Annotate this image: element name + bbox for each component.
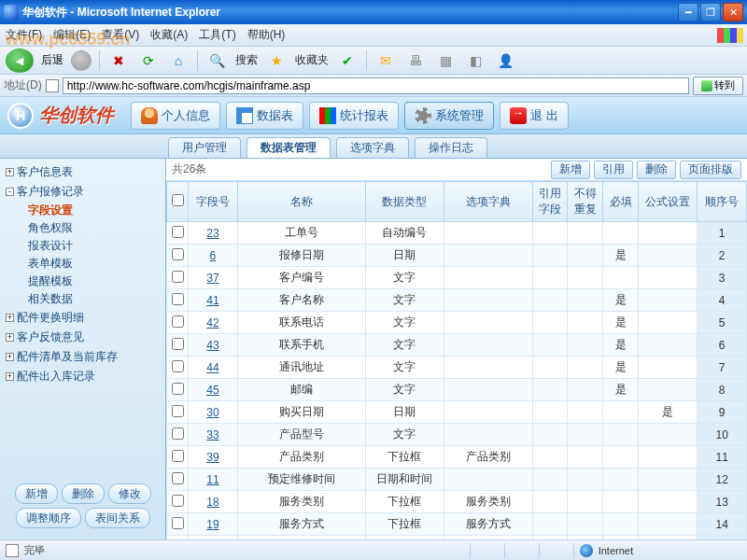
action-quote[interactable]: 引用: [594, 161, 633, 179]
search-icon[interactable]: 🔍: [205, 49, 228, 72]
tree-node[interactable]: +配件更换明细: [2, 308, 163, 328]
row-checkbox[interactable]: [172, 472, 184, 484]
field-id-link[interactable]: 30: [206, 406, 218, 419]
field-id-link[interactable]: 39: [206, 451, 218, 464]
menu-help[interactable]: 帮助(H): [247, 27, 286, 43]
row-checkbox[interactable]: [172, 427, 184, 440]
table-row[interactable]: 11预定维修时间日期和时间12: [167, 469, 747, 491]
tree-node[interactable]: +客户反馈意见: [2, 328, 163, 347]
column-header[interactable]: [167, 182, 189, 222]
search-label[interactable]: 搜索: [235, 52, 258, 68]
expand-icon[interactable]: +: [6, 372, 14, 381]
tree-child[interactable]: 相关数据: [2, 290, 163, 308]
row-checkbox[interactable]: [172, 405, 184, 417]
field-id-link[interactable]: 18: [206, 496, 218, 509]
tab-datatable-manage[interactable]: 数据表管理: [247, 137, 331, 158]
row-checkbox[interactable]: [172, 495, 184, 507]
forward-button[interactable]: [71, 50, 92, 71]
column-header[interactable]: 必填: [603, 182, 639, 222]
favorites-label[interactable]: 收藏夹: [295, 52, 329, 68]
tree-node[interactable]: +配件出入库记录: [2, 367, 163, 386]
tab-oplog[interactable]: 操作日志: [415, 137, 487, 158]
menu-file[interactable]: 文件(F): [6, 27, 42, 43]
table-row[interactable]: 23工单号自动编号1: [167, 222, 747, 245]
field-id-link[interactable]: 43: [206, 339, 218, 352]
table-row[interactable]: 39产品类别下拉框产品类别11: [167, 446, 747, 469]
field-id-link[interactable]: 33: [206, 428, 218, 441]
row-checkbox[interactable]: [172, 248, 184, 260]
close-button[interactable]: ✕: [723, 3, 743, 21]
row-checkbox[interactable]: [172, 271, 184, 283]
table-row[interactable]: 30购买日期日期是9: [167, 401, 747, 424]
edit-icon[interactable]: ▦: [434, 49, 457, 72]
column-header[interactable]: 顺序号: [698, 182, 747, 222]
table-row[interactable]: 42联系电话文字是5: [167, 312, 747, 334]
column-header[interactable]: 不得重复: [568, 182, 603, 222]
action-layout[interactable]: 页面排版: [680, 161, 741, 179]
tree-node[interactable]: -客户报修记录: [2, 182, 163, 202]
nav-datatable[interactable]: 数据表: [226, 102, 303, 130]
column-header[interactable]: 数据类型: [365, 182, 444, 222]
print-icon[interactable]: 🖶: [404, 49, 427, 72]
messenger-icon[interactable]: 👤: [494, 49, 516, 72]
tree-child[interactable]: 字段设置: [2, 202, 163, 219]
research-icon[interactable]: ◧: [464, 49, 486, 72]
table-row[interactable]: 36服务项目勾选框服务项目是15: [167, 536, 747, 540]
table-row[interactable]: 19服务方式下拉框服务方式14: [167, 513, 747, 536]
go-button[interactable]: 转到: [693, 77, 743, 95]
menu-view[interactable]: 查看(V): [102, 27, 139, 43]
expand-icon[interactable]: +: [6, 333, 14, 342]
table-row[interactable]: 6报修日期日期是2: [167, 245, 747, 267]
tree-child[interactable]: 表单模板: [2, 255, 163, 273]
side-relation-button[interactable]: 表间关系: [85, 508, 150, 528]
back-button[interactable]: ◄: [6, 49, 34, 73]
menu-edit[interactable]: 编辑(E): [53, 27, 91, 43]
column-header[interactable]: 公式设置: [639, 182, 698, 222]
stop-button[interactable]: ✖: [107, 49, 130, 72]
history-icon[interactable]: ✔: [336, 49, 359, 72]
home-button[interactable]: ⌂: [167, 49, 190, 72]
column-header[interactable]: 选项字典: [444, 182, 532, 222]
column-header[interactable]: 名称: [237, 182, 365, 222]
table-row[interactable]: 43联系手机文字是6: [167, 334, 747, 357]
field-id-link[interactable]: 6: [210, 249, 217, 262]
table-row[interactable]: 18服务类别下拉框服务类别13: [167, 491, 747, 513]
column-header[interactable]: 字段号: [189, 182, 238, 222]
menu-tools[interactable]: 工具(T): [199, 27, 235, 43]
row-checkbox[interactable]: [172, 539, 184, 540]
tree-child[interactable]: 角色权限: [2, 219, 163, 237]
side-delete-button[interactable]: 删除: [62, 483, 105, 504]
row-checkbox[interactable]: [172, 450, 184, 462]
favorites-icon[interactable]: ★: [265, 49, 288, 72]
field-id-link[interactable]: 19: [206, 518, 218, 531]
row-checkbox[interactable]: [172, 226, 184, 238]
field-id-link[interactable]: 44: [206, 361, 218, 374]
row-checkbox[interactable]: [172, 315, 184, 328]
field-id-link[interactable]: 41: [206, 294, 218, 307]
tab-user-manage[interactable]: 用户管理: [168, 137, 241, 158]
nav-system[interactable]: 系统管理: [404, 102, 494, 130]
select-all-checkbox[interactable]: [172, 194, 184, 206]
action-add[interactable]: 新增: [551, 161, 590, 179]
table-row[interactable]: 37客户编号文字3: [167, 267, 747, 289]
menu-favorites[interactable]: 收藏(A): [150, 27, 188, 43]
nav-exit[interactable]: 退 出: [500, 102, 569, 130]
field-id-link[interactable]: 11: [206, 473, 218, 486]
row-checkbox[interactable]: [172, 293, 184, 305]
side-add-button[interactable]: 新增: [15, 483, 58, 504]
expand-icon[interactable]: +: [6, 314, 14, 322]
field-id-link[interactable]: 45: [206, 384, 218, 397]
side-reorder-button[interactable]: 调整顺序: [16, 508, 81, 528]
table-row[interactable]: 41客户名称文字是4: [167, 289, 747, 312]
field-id-link[interactable]: 23: [206, 227, 218, 240]
table-row[interactable]: 44通讯地址文字是7: [167, 357, 747, 379]
maximize-button[interactable]: ❐: [700, 3, 721, 21]
row-checkbox[interactable]: [172, 360, 184, 372]
expand-icon[interactable]: +: [6, 168, 14, 176]
mail-icon[interactable]: ✉: [374, 49, 397, 72]
nav-report[interactable]: 统计报表: [309, 102, 399, 130]
url-input[interactable]: [63, 77, 689, 94]
tree-node[interactable]: +配件清单及当前库存: [2, 347, 163, 367]
field-id-link[interactable]: 42: [206, 316, 218, 329]
side-edit-button[interactable]: 修改: [108, 483, 151, 504]
